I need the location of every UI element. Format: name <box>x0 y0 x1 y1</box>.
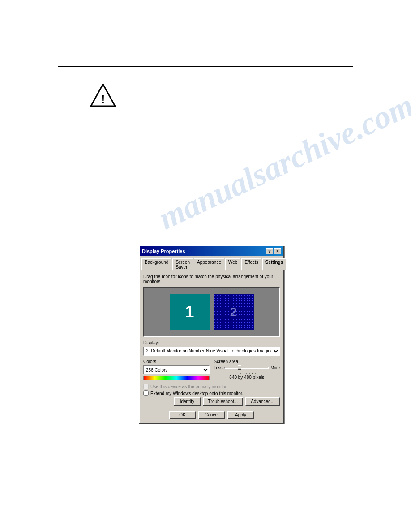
tabs-container: Background Screen Saver Appearance Web E… <box>140 256 283 270</box>
horizontal-rule <box>58 66 353 67</box>
checkbox1-label: Use this device as the primary monitor. <box>150 384 227 389</box>
warning-icon: ! <box>90 83 116 107</box>
resolution-text: 640 by 480 pixels <box>214 375 280 380</box>
color-bar <box>143 376 210 380</box>
monitor-area: 1 2 <box>143 287 280 337</box>
checkbox1-row: Use this device as the primary monitor. <box>143 384 280 389</box>
monitor-1[interactable]: 1 <box>170 294 210 330</box>
help-button[interactable]: ? <box>266 248 273 254</box>
monitor-2-label: 2 <box>230 305 237 319</box>
colors-label: Colors <box>143 359 210 364</box>
tab-background[interactable]: Background <box>141 258 171 270</box>
screen-area-label: Screen area <box>214 359 280 364</box>
monitor-2[interactable]: 2 <box>214 294 254 330</box>
checkbox2-row: Extend my Windows desktop onto this moni… <box>143 390 280 396</box>
display-properties-dialog: Display Properties ? ✕ Background Screen… <box>139 245 284 424</box>
slider-less-label: Less <box>214 365 223 370</box>
tab-settings[interactable]: Settings <box>262 258 286 270</box>
settings-row: Colors 256 Colors Screen area Less More … <box>143 359 280 381</box>
tab-screen-saver[interactable]: Screen Saver <box>172 258 193 270</box>
dialog-content: Drag the monitor icons to match the phys… <box>140 270 283 423</box>
screen-area-section: Screen area Less More . . . . . . . . . … <box>214 359 280 381</box>
button-row-2: OK Cancel Apply <box>143 408 280 419</box>
slider-thumb[interactable] <box>238 365 241 370</box>
title-bar-controls: ? ✕ <box>266 248 281 254</box>
slider-dots: . . . . . . . . . <box>214 371 280 375</box>
cancel-button[interactable]: Cancel <box>198 411 225 419</box>
checkbox-extend-desktop[interactable] <box>143 390 149 396</box>
slider-row: Less More <box>214 365 280 370</box>
title-bar: Display Properties ? ✕ <box>140 246 283 256</box>
button-row-1: Identify Troubleshoot... Advanced... <box>143 397 280 406</box>
tab-web[interactable]: Web <box>225 258 240 270</box>
apply-button[interactable]: Apply <box>227 411 254 419</box>
checkbox2-label: Extend my Windows desktop onto this moni… <box>150 391 243 396</box>
slider-track[interactable] <box>224 367 269 369</box>
monitor-2-pattern: 2 <box>214 294 254 330</box>
identify-button[interactable]: Identify <box>174 397 201 406</box>
close-button[interactable]: ✕ <box>274 248 281 254</box>
ok-button[interactable]: OK <box>169 411 196 419</box>
advanced-button[interactable]: Advanced... <box>245 397 280 406</box>
colors-select[interactable]: 256 Colors <box>143 365 210 374</box>
tab-appearance[interactable]: Appearance <box>194 258 224 270</box>
colors-section: Colors 256 Colors <box>143 359 210 381</box>
tab-effects[interactable]: Effects <box>241 258 261 270</box>
troubleshoot-button[interactable]: Troubleshoot... <box>203 397 243 406</box>
checkbox-primary-monitor[interactable] <box>143 384 149 389</box>
display-select[interactable]: 2. Default Monitor on Number Nine Visual… <box>143 347 280 356</box>
dialog-title: Display Properties <box>142 249 185 254</box>
display-label: Display: <box>143 340 280 345</box>
instruction-text: Drag the monitor icons to match the phys… <box>143 274 280 284</box>
watermark: manualsarchive.com <box>153 86 411 237</box>
svg-text:!: ! <box>101 92 105 106</box>
slider-more-label: More <box>270 365 280 370</box>
